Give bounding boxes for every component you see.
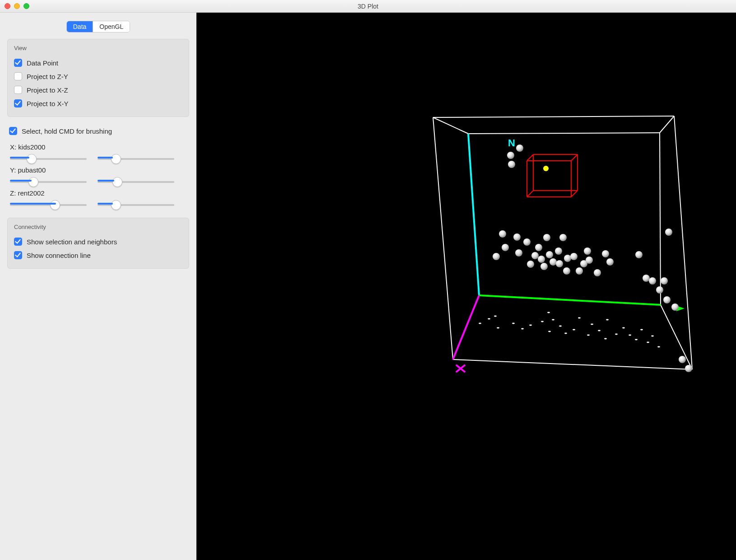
svg-point-51 [629, 335, 631, 336]
svg-point-34 [512, 323, 515, 324]
check-label: Data Point [27, 59, 58, 67]
svg-point-56 [657, 346, 660, 348]
svg-point-87 [635, 251, 643, 258]
check-label: Show selection and neighbors [27, 238, 117, 246]
svg-point-38 [548, 331, 551, 332]
check-show-selection[interactable]: Show selection and neighbors [14, 235, 182, 248]
check-project-xz[interactable]: Project to X-Z [14, 83, 182, 97]
svg-text:N: N [508, 137, 515, 149]
svg-point-95 [685, 365, 692, 372]
check-project-zy[interactable]: Project to Z-Y [14, 70, 182, 83]
svg-point-45 [591, 324, 593, 325]
svg-point-69 [531, 252, 539, 259]
svg-point-88 [643, 275, 650, 282]
plot-canvas[interactable]: N [196, 13, 736, 560]
svg-point-96 [665, 229, 672, 236]
svg-point-98 [559, 234, 567, 241]
svg-point-62 [516, 145, 523, 152]
svg-point-66 [515, 249, 522, 257]
svg-point-73 [546, 251, 553, 258]
check-show-connection[interactable]: Show connection line [14, 248, 182, 262]
svg-point-33 [494, 316, 497, 317]
checkbox-project-zy[interactable] [14, 72, 22, 80]
svg-point-46 [598, 330, 601, 331]
check-label: Select, hold CMD for brushing [22, 127, 112, 135]
svg-point-84 [594, 269, 601, 276]
svg-point-94 [679, 356, 686, 363]
svg-point-63 [513, 233, 521, 241]
svg-point-68 [527, 261, 534, 268]
view-panel: View Data Point Project to Z-Y Project t… [7, 39, 189, 117]
svg-point-41 [564, 333, 567, 334]
svg-point-53 [640, 329, 643, 331]
svg-point-48 [606, 319, 609, 321]
svg-point-83 [586, 257, 593, 264]
slider-z-lo[interactable] [10, 204, 87, 206]
svg-point-54 [647, 342, 649, 343]
axis-z-label: Z: rent2002 [10, 189, 186, 197]
svg-point-35 [521, 328, 524, 330]
svg-point-55 [651, 336, 654, 337]
connectivity-title: Connectivity [14, 224, 182, 230]
svg-point-75 [555, 247, 562, 255]
svg-rect-0 [196, 13, 736, 560]
svg-point-86 [606, 258, 614, 266]
svg-point-71 [538, 256, 545, 263]
svg-point-70 [535, 244, 542, 251]
tab-opengl[interactable]: OpenGL [93, 21, 130, 32]
checkbox-show-connection[interactable] [14, 251, 22, 259]
svg-point-64 [502, 244, 509, 251]
svg-point-47 [604, 338, 607, 340]
check-label: Project to Z-Y [27, 73, 68, 80]
svg-point-67 [523, 238, 531, 246]
slider-x-hi[interactable] [98, 158, 174, 160]
svg-point-59 [479, 323, 481, 324]
slider-y-lo[interactable] [10, 181, 87, 183]
svg-point-76 [556, 260, 563, 267]
slider-x-lo[interactable] [10, 158, 87, 160]
svg-point-90 [656, 286, 663, 294]
svg-point-80 [576, 267, 583, 275]
window-titlebar: 3D Plot [0, 0, 736, 13]
connectivity-panel: Connectivity Show selection and neighbor… [7, 218, 189, 269]
sidebar: Data OpenGL View Data Point Project to Z… [0, 13, 196, 560]
svg-point-57 [547, 312, 550, 313]
tab-control: Data OpenGL [66, 21, 130, 33]
svg-point-52 [635, 339, 638, 341]
check-label: Show connection line [27, 252, 91, 259]
axis-y-block: Y: pubast00 [10, 166, 186, 185]
checkbox-project-xz[interactable] [14, 86, 22, 94]
plot-viewport[interactable]: N [196, 13, 736, 560]
svg-point-92 [663, 296, 671, 303]
svg-point-50 [622, 327, 625, 329]
svg-point-43 [578, 317, 581, 319]
view-panel-title: View [14, 45, 182, 51]
axis-x-label: X: kids2000 [10, 143, 186, 151]
svg-point-40 [559, 326, 562, 327]
checkbox-data-point[interactable] [14, 59, 22, 67]
check-select-brush[interactable]: Select, hold CMD for brushing [9, 124, 187, 138]
svg-point-97 [499, 230, 506, 238]
slider-z-hi[interactable] [98, 204, 174, 206]
svg-point-42 [573, 329, 575, 331]
checkbox-show-selection[interactable] [14, 238, 22, 246]
svg-point-82 [584, 247, 591, 255]
svg-point-91 [661, 277, 668, 285]
svg-point-36 [529, 325, 532, 326]
svg-point-77 [563, 267, 570, 275]
svg-point-99 [543, 234, 550, 241]
svg-point-89 [649, 277, 656, 285]
svg-point-61 [508, 161, 515, 168]
svg-point-72 [540, 263, 548, 270]
svg-point-100 [543, 166, 549, 171]
checkbox-project-xy[interactable] [14, 99, 22, 107]
check-project-xy[interactable]: Project to X-Y [14, 97, 182, 110]
tab-data[interactable]: Data [67, 21, 93, 32]
svg-point-79 [570, 253, 578, 260]
slider-y-hi[interactable] [98, 181, 174, 183]
svg-point-37 [541, 321, 544, 322]
check-data-point[interactable]: Data Point [14, 56, 182, 70]
axis-x-block: X: kids2000 [10, 143, 186, 162]
checkbox-select-brush[interactable] [9, 127, 17, 135]
svg-point-44 [587, 335, 590, 336]
